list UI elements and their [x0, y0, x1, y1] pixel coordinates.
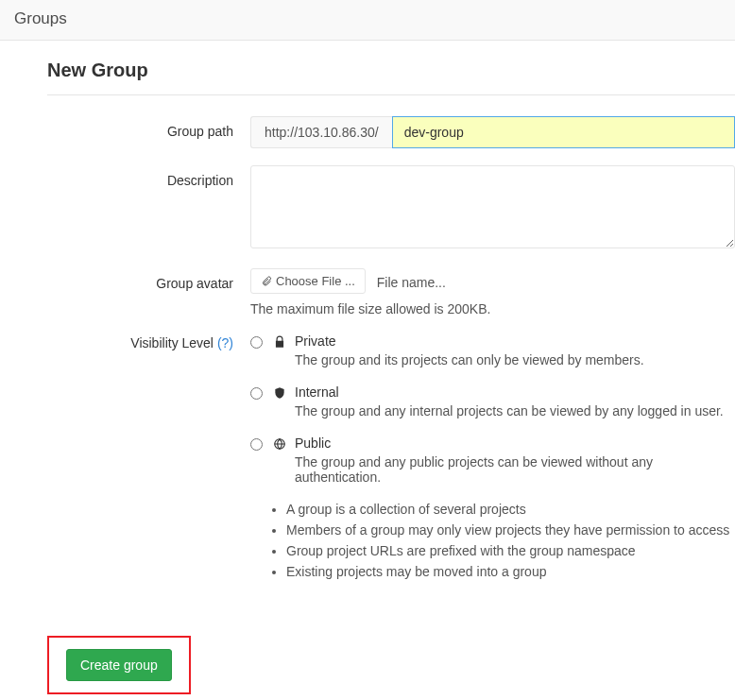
visibility-option-private[interactable]: Private The group and its projects can o… — [250, 333, 735, 367]
group-path-input-group: http://103.10.86.30/ — [250, 116, 735, 148]
visibility-desc-internal: The group and any internal projects can … — [295, 403, 735, 418]
visibility-title-private: Private — [295, 333, 735, 349]
top-header: Groups — [0, 0, 735, 41]
list-item: A group is a collection of several proje… — [286, 502, 735, 517]
row-group-avatar: Group avatar Choose File ... File name..… — [47, 268, 735, 316]
attachment-icon — [261, 276, 272, 287]
visibility-help-link[interactable]: (?) — [217, 335, 233, 350]
label-description: Description — [47, 165, 250, 251]
divider — [47, 94, 735, 95]
label-group-avatar: Group avatar — [47, 268, 250, 316]
header-title: Groups — [14, 9, 721, 28]
row-group-path: Group path http://103.10.86.30/ — [47, 116, 735, 148]
list-item: Group project URLs are prefixed with the… — [286, 543, 735, 558]
group-path-prefix: http://103.10.86.30/ — [250, 116, 392, 148]
visibility-title-public: Public — [295, 435, 735, 451]
lock-icon — [272, 335, 287, 349]
group-path-input[interactable] — [392, 116, 735, 148]
list-item: Existing projects may be moved into a gr… — [286, 564, 735, 579]
page-title: New Group — [47, 60, 735, 81]
visibility-option-internal[interactable]: Internal The group and any internal proj… — [250, 384, 735, 418]
avatar-hint: The maximum file size allowed is 200KB. — [250, 301, 735, 316]
radio-private[interactable] — [250, 336, 263, 349]
choose-file-label: Choose File ... — [276, 274, 355, 288]
file-name: File name... — [377, 275, 446, 290]
main-content: New Group Group path http://103.10.86.30… — [0, 41, 735, 700]
group-info-list: A group is a collection of several proje… — [250, 502, 735, 579]
choose-file-button[interactable]: Choose File ... — [250, 268, 366, 294]
visibility-title-internal: Internal — [295, 384, 735, 400]
row-visibility: Visibility Level (?) Private The group a… — [47, 333, 735, 585]
globe-icon — [272, 437, 287, 451]
radio-public[interactable] — [250, 438, 263, 451]
radio-internal[interactable] — [250, 387, 263, 400]
label-group-path: Group path — [47, 116, 250, 148]
label-visibility: Visibility Level (?) — [47, 333, 250, 585]
visibility-desc-private: The group and its projects can only be v… — [295, 352, 735, 367]
visibility-desc-public: The group and any public projects can be… — [295, 454, 735, 485]
create-group-button[interactable]: Create group — [66, 649, 172, 681]
row-description: Description — [47, 165, 735, 251]
description-input[interactable] — [250, 165, 735, 248]
actions-highlight: Create group — [47, 636, 191, 694]
shield-icon — [272, 386, 287, 400]
list-item: Members of a group may only view project… — [286, 522, 735, 538]
visibility-option-public[interactable]: Public The group and any public projects… — [250, 435, 735, 485]
